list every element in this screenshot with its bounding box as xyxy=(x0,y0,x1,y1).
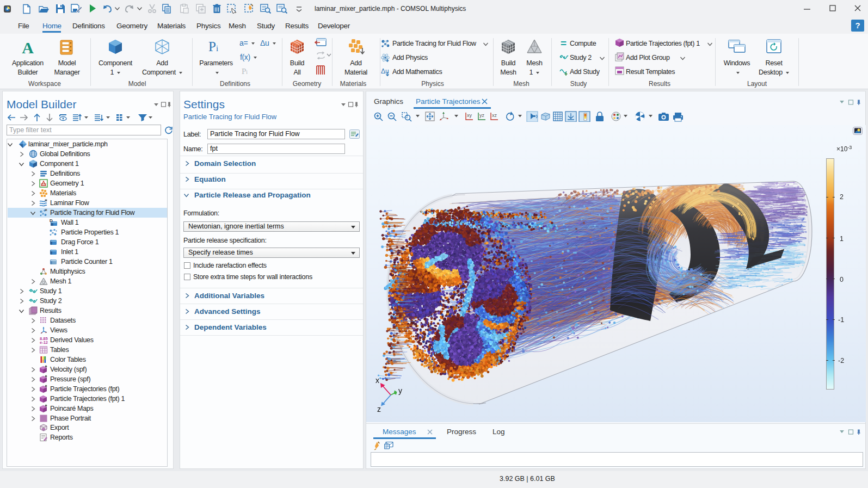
svg-text:xz: xz xyxy=(492,113,497,118)
svg-text:A: A xyxy=(22,40,34,56)
svg-text:xy: xy xyxy=(467,113,472,118)
svg-text:e-12: e-12 xyxy=(40,340,48,344)
svg-text:yz: yz xyxy=(479,113,485,118)
